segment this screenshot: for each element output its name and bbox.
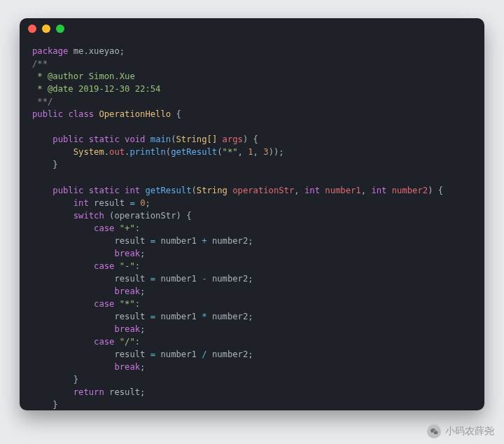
cls-system: System: [74, 147, 104, 157]
kw-return: return: [74, 387, 104, 397]
comment-open: /**: [32, 59, 48, 69]
var-result: result: [114, 349, 145, 359]
kw-break: break: [114, 286, 140, 296]
param-n1: number1: [325, 186, 360, 195]
str-plus: "+": [120, 223, 135, 233]
var-n2: number2: [212, 274, 248, 284]
kw-public: public: [52, 134, 83, 144]
kw-break: break: [114, 362, 140, 372]
code-window: package me.xueyao; /** * @author Simon.X…: [20, 18, 484, 410]
type-void: void: [125, 134, 145, 144]
var-n1: number1: [160, 349, 196, 359]
kw-public: public: [52, 186, 83, 195]
kw-break: break: [114, 249, 140, 258]
kw-break: break: [114, 324, 140, 334]
type-int: int: [74, 198, 89, 208]
type-string: String: [197, 186, 227, 195]
var-n1: number1: [160, 236, 196, 246]
var-result: result: [109, 387, 140, 397]
fn-getresult: getResult: [145, 186, 191, 195]
code-area: package me.xueyao; /** * @author Simon.X…: [20, 39, 484, 410]
var-result: result: [114, 236, 145, 246]
keyword-package: package: [32, 46, 68, 56]
class-name: OperationHello: [99, 109, 171, 119]
watermark: 小码农薛尧: [427, 424, 494, 438]
type-int: int: [125, 186, 140, 195]
comment-author: * @author Simon.Xue: [32, 71, 135, 81]
param-n2: number2: [392, 186, 428, 195]
var-result: result: [114, 312, 145, 321]
var-opstr: operationStr: [114, 211, 176, 221]
kw-class: class: [68, 109, 94, 119]
var-n1: number1: [160, 274, 196, 284]
kw-static: static: [89, 134, 120, 144]
str-star: "*": [223, 147, 238, 157]
kw-static: static: [89, 186, 120, 195]
param-opstr: operationStr: [232, 186, 294, 195]
wechat-icon: [427, 424, 441, 438]
comment-date: * @date 2019-12-30 22:54: [32, 84, 160, 94]
var-n2: number2: [212, 349, 248, 359]
kw-case: case: [94, 337, 114, 347]
field-out: out: [109, 147, 125, 157]
str-star: "*": [120, 299, 135, 309]
fn-main: main: [150, 134, 171, 144]
type-int: int: [304, 186, 320, 195]
watermark-text: 小码农薛尧: [445, 425, 494, 438]
var-result: result: [94, 198, 125, 208]
param-args: args: [223, 134, 243, 144]
type-string-arr: String[]: [176, 134, 218, 144]
str-minus: "-": [120, 261, 135, 271]
comment-close: **/: [32, 97, 52, 106]
kw-case: case: [94, 261, 114, 271]
num-1: 1: [248, 147, 253, 157]
zoom-icon[interactable]: [56, 25, 64, 33]
str-slash: "/": [120, 337, 135, 347]
minimize-icon[interactable]: [42, 25, 50, 33]
kw-case: case: [94, 223, 114, 233]
fn-getresult: getResult: [171, 147, 217, 157]
num-3: 3: [263, 147, 268, 157]
var-n2: number2: [212, 236, 248, 246]
var-result: result: [114, 274, 145, 284]
type-int: int: [371, 186, 386, 195]
var-n2: number2: [212, 312, 248, 321]
var-n1: number1: [160, 312, 196, 321]
kw-switch: switch: [74, 211, 104, 221]
titlebar: [20, 18, 484, 39]
kw-public: public: [32, 109, 63, 119]
kw-case: case: [94, 299, 114, 309]
fn-println: println: [130, 147, 165, 157]
close-icon[interactable]: [28, 25, 36, 33]
package-path: me.xueyao: [74, 46, 120, 56]
